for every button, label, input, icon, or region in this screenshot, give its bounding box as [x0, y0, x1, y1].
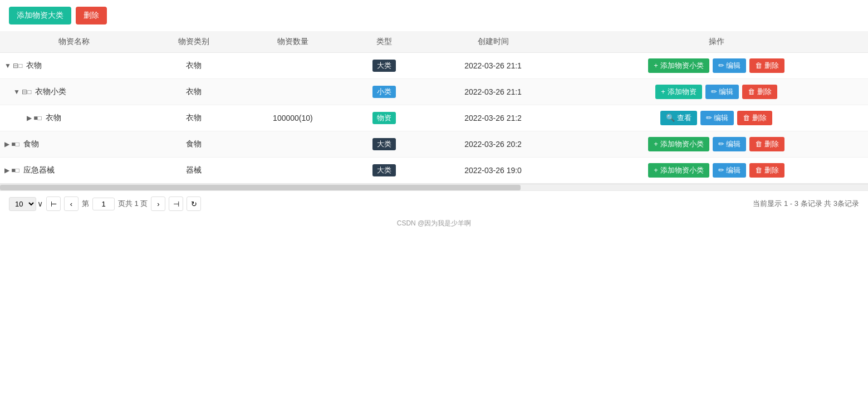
page-first-button[interactable]: ⊢ [46, 196, 61, 211]
cell-quantity [239, 79, 347, 105]
cell-category: 衣物 [149, 79, 239, 105]
cell-quantity: 100000(10) [239, 105, 347, 131]
total-pages-text: 页共 1 页 [118, 199, 148, 209]
table-row: ▼ ⊟□ 衣物小类衣物小类2022-03-26 21:1+ 添加物资✏ 编辑🗑 … [0, 79, 868, 105]
add-sub-category-button[interactable]: + 添加物资小类 [648, 58, 709, 73]
table-row: ▶ ■□ 应急器械器械大类2022-03-26 19:0+ 添加物资小类✏ 编辑… [0, 158, 868, 184]
table-wrap: 物资名称 物资类别 物资数量 类型 创建时间 操作 ▼ ⊟□ 衣物衣物大类202… [0, 31, 868, 184]
cell-quantity [239, 131, 347, 158]
tree-expand-icon[interactable]: ▶ ■□ [27, 114, 42, 122]
cell-quantity [239, 158, 347, 184]
view-button[interactable]: 🔍 查看 [660, 111, 697, 125]
cell-name: ▼ ⊟□ 衣物小类 [0, 79, 149, 105]
cell-name: ▶ ■□ 衣物 [0, 105, 149, 131]
type-badge: 大类 [372, 60, 396, 72]
cell-name: ▶ ■□ 食物 [0, 131, 149, 158]
toolbar: 添加物资大类 删除 [0, 0, 868, 31]
type-badge: 大类 [372, 138, 396, 150]
cell-category: 衣物 [149, 105, 239, 131]
col-header-created: 创建时间 [421, 31, 565, 53]
page-next-button[interactable]: › [151, 196, 165, 211]
delete-row-button[interactable]: 🗑 删除 [749, 137, 784, 151]
delete-row-button[interactable]: 🗑 删除 [749, 58, 784, 73]
scrollbar-thumb [0, 185, 521, 190]
page-refresh-button[interactable]: ↻ [187, 196, 201, 211]
table-header-row: 物资名称 物资类别 物资数量 类型 创建时间 操作 [0, 31, 868, 53]
tree-expand-icon[interactable]: ▼ ⊟□ [13, 88, 31, 96]
actions-group: + 添加物资小类✏ 编辑🗑 删除 [571, 163, 861, 178]
cell-type: 小类 [347, 79, 421, 105]
col-header-type: 类型 [347, 31, 421, 53]
actions-group: + 添加物资小类✏ 编辑🗑 删除 [571, 58, 861, 73]
table-row: ▶ ■□ 衣物衣物100000(10)物资2022-03-26 21:2🔍 查看… [0, 105, 868, 131]
tree-expand-icon[interactable]: ▼ ⊟□ [4, 62, 22, 70]
cell-actions: + 添加物资✏ 编辑🗑 删除 [565, 79, 868, 105]
actions-group: + 添加物资小类✏ 编辑🗑 删除 [571, 137, 861, 151]
cell-type: 物资 [347, 105, 421, 131]
type-badge: 小类 [372, 86, 396, 98]
actions-group: + 添加物资✏ 编辑🗑 删除 [571, 85, 861, 99]
watermark: CSDN @因为我是少羊啊 [0, 217, 868, 230]
cell-created: 2022-03-26 20:2 [421, 131, 565, 158]
cell-type: 大类 [347, 158, 421, 184]
actions-group: 🔍 查看✏ 编辑🗑 删除 [571, 111, 861, 125]
delete-row-button[interactable]: 🗑 删除 [742, 85, 777, 99]
cell-type: 大类 [347, 131, 421, 158]
col-header-actions: 操作 [565, 31, 868, 53]
edit-button[interactable]: ✏ 编辑 [700, 111, 734, 125]
page-last-button[interactable]: ⊣ [169, 196, 183, 211]
type-badge: 物资 [372, 112, 396, 124]
cell-category: 衣物 [149, 53, 239, 79]
pagination-status: 当前显示 1 - 3 条记录 共 3条记录 [753, 199, 859, 209]
col-header-category: 物资类别 [149, 31, 239, 53]
cell-actions: + 添加物资小类✏ 编辑🗑 删除 [565, 53, 868, 79]
add-sub-category-button[interactable]: + 添加物资小类 [648, 137, 709, 151]
col-header-name: 物资名称 [0, 31, 149, 53]
cell-created: 2022-03-26 21:1 [421, 53, 565, 79]
cell-created: 2022-03-26 19:0 [421, 158, 565, 184]
delete-row-button[interactable]: 🗑 删除 [749, 163, 784, 178]
add-item-button[interactable]: + 添加物资 [655, 85, 702, 99]
type-badge: 大类 [372, 164, 396, 176]
cell-created: 2022-03-26 21:2 [421, 105, 565, 131]
page-size-arrow: ∨ [37, 199, 43, 208]
cell-category: 食物 [149, 131, 239, 158]
edit-button[interactable]: ✏ 编辑 [713, 137, 747, 151]
cell-actions: + 添加物资小类✏ 编辑🗑 删除 [565, 158, 868, 184]
edit-button[interactable]: ✏ 编辑 [713, 58, 747, 73]
page-prefix: 第 [82, 199, 89, 209]
horizontal-scrollbar[interactable] [0, 184, 868, 190]
delete-row-button[interactable]: 🗑 删除 [737, 111, 772, 125]
add-sub-category-button[interactable]: + 添加物资小类 [648, 163, 709, 178]
cell-type: 大类 [347, 53, 421, 79]
cell-quantity [239, 53, 347, 79]
tree-expand-icon[interactable]: ▶ ■□ [4, 166, 19, 174]
page-size-select[interactable]: 10 20 50 [9, 197, 36, 211]
delete-button[interactable]: 删除 [76, 7, 107, 24]
main-table: 物资名称 物资类别 物资数量 类型 创建时间 操作 ▼ ⊟□ 衣物衣物大类202… [0, 31, 868, 184]
table-row: ▶ ■□ 食物食物大类2022-03-26 20:2+ 添加物资小类✏ 编辑🗑 … [0, 131, 868, 158]
cell-name: ▶ ■□ 应急器械 [0, 158, 149, 184]
add-category-button[interactable]: 添加物资大类 [9, 7, 71, 24]
edit-button[interactable]: ✏ 编辑 [713, 163, 747, 178]
edit-button[interactable]: ✏ 编辑 [705, 85, 739, 99]
cell-category: 器械 [149, 158, 239, 184]
page-number-input[interactable] [92, 198, 115, 210]
tree-expand-icon[interactable]: ▶ ■□ [4, 140, 19, 148]
cell-created: 2022-03-26 21:1 [421, 79, 565, 105]
cell-actions: + 添加物资小类✏ 编辑🗑 删除 [565, 131, 868, 158]
page-prev-button[interactable]: ‹ [64, 196, 79, 211]
pagination-bar: 10 20 50 ∨ ⊢ ‹ 第 页共 1 页 › ⊣ ↻ 当前显示 1 - 3… [0, 190, 868, 217]
col-header-quantity: 物资数量 [239, 31, 347, 53]
cell-actions: 🔍 查看✏ 编辑🗑 删除 [565, 105, 868, 131]
cell-name: ▼ ⊟□ 衣物 [0, 53, 149, 79]
table-row: ▼ ⊟□ 衣物衣物大类2022-03-26 21:1+ 添加物资小类✏ 编辑🗑 … [0, 53, 868, 79]
